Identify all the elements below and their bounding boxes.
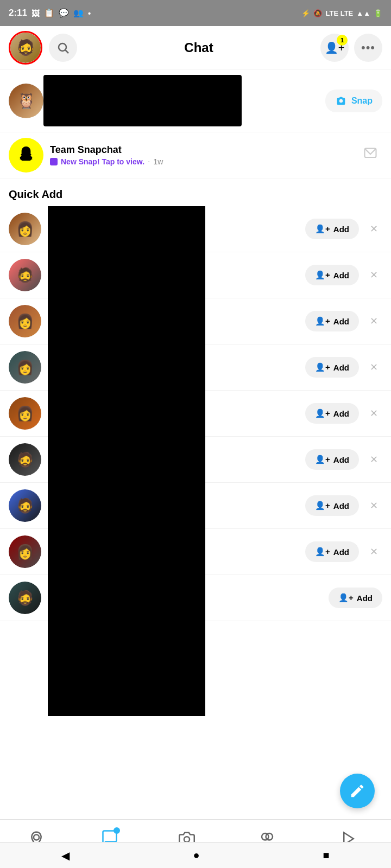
search-button[interactable] — [49, 34, 77, 62]
chat-reply-button[interactable] — [358, 142, 382, 169]
snapchat-ghost-icon — [16, 145, 36, 165]
add-user-icon-7: 👤+ — [315, 501, 330, 510]
qa-avatar-1: 👩 — [9, 213, 41, 245]
quick-add-label: Quick Add — [9, 188, 62, 200]
add-user-icon-8: 👤+ — [315, 547, 330, 557]
qa-avatar-3: 👩 — [9, 305, 41, 337]
add-user-icon-2: 👤+ — [315, 270, 330, 280]
chat-preview-black — [43, 75, 242, 126]
chat-item-team-snapchat[interactable]: Team Snapchat New Snap! Tap to view. · 1… — [0, 132, 391, 178]
qa-actions-8: 👤+ Add ✕ — [305, 541, 382, 562]
add-button-1[interactable]: 👤+ Add — [305, 219, 359, 239]
more-dots-icon: ••• — [361, 41, 375, 55]
page-title: Chat — [77, 40, 320, 55]
dismiss-button-2[interactable]: ✕ — [365, 267, 382, 283]
teams-icon: 👥 — [73, 8, 84, 18]
add-user-icon-4: 👤+ — [315, 362, 330, 372]
signal-bars-icon: ▲▲ — [356, 9, 370, 17]
dismiss-button-7[interactable]: ✕ — [365, 497, 382, 514]
back-button[interactable]: ◀ — [61, 849, 70, 862]
qa-avatar-9: 🧔 — [9, 582, 41, 614]
android-nav-bar: ◀ ● ■ — [0, 842, 391, 868]
add-user-icon-9: 👤+ — [338, 593, 354, 603]
team-snapchat-content: Team Snapchat New Snap! Tap to view. · 1… — [50, 144, 358, 167]
add-user-icon-1: 👤+ — [315, 224, 330, 234]
dismiss-button-5[interactable]: ✕ — [365, 405, 382, 422]
team-snapchat-status: New Snap! Tap to view. — [61, 157, 144, 166]
qa-avatar-8: 👩 — [9, 535, 41, 568]
quick-add-list: 👩 👤+ Add ✕ 🧔 👤+ Add ✕ — [0, 206, 391, 621]
compose-fab[interactable] — [340, 774, 375, 808]
svg-point-0 — [59, 43, 66, 51]
dismiss-button-1[interactable]: ✕ — [365, 221, 382, 237]
add-friend-button[interactable]: 👤+ 1 — [320, 34, 349, 62]
status-time: 2:11 — [9, 8, 27, 18]
mute-icon: 🔕 — [313, 9, 322, 17]
add-user-icon-5: 👤+ — [315, 409, 330, 418]
svg-point-3 — [34, 835, 39, 840]
qa-actions-2: 👤+ Add ✕ — [305, 265, 382, 285]
compose-icon — [349, 783, 365, 799]
qa-actions-9: 👤+ Add — [329, 588, 382, 608]
dismiss-button-4[interactable]: ✕ — [365, 359, 382, 375]
qa-avatar-4: 👩 — [9, 351, 41, 384]
camera-icon — [335, 95, 347, 107]
friend1-avatar: 🦉 — [9, 84, 43, 118]
recents-button[interactable]: ■ — [323, 849, 329, 861]
quick-add-section-header: Quick Add — [0, 178, 391, 206]
messenger-icon: 💬 — [59, 8, 69, 18]
signal-icon: LTE LTE — [325, 9, 353, 17]
chat-item-friend1[interactable]: 🦉 Snap — [0, 69, 391, 132]
add-user-icon-6: 👤+ — [315, 455, 330, 464]
qa-actions-1: 👤+ Add ✕ — [305, 219, 382, 239]
qa-actions-3: 👤+ Add ✕ — [305, 311, 382, 331]
dot-icon: • — [88, 9, 91, 18]
qa-avatar-6: 🧔 — [9, 443, 41, 476]
profile-avatar[interactable]: 🧔 — [9, 31, 42, 65]
search-icon — [56, 41, 70, 54]
qa-actions-7: 👤+ Add ✕ — [305, 495, 382, 516]
dismiss-button-8[interactable]: ✕ — [365, 544, 382, 560]
bluetooth-icon: ⚡ — [301, 9, 310, 17]
add-button-6[interactable]: 👤+ Add — [305, 449, 359, 470]
qa-actions-6: 👤+ Add ✕ — [305, 449, 382, 470]
more-button[interactable]: ••• — [354, 34, 382, 62]
add-button-8[interactable]: 👤+ Add — [305, 541, 359, 562]
qa-avatar-7: 🧔 — [9, 489, 41, 522]
svg-line-1 — [66, 50, 69, 53]
snap-button[interactable]: Snap — [325, 90, 382, 112]
qa-actions-4: 👤+ Add ✕ — [305, 357, 382, 378]
notification-badge: 1 — [337, 35, 348, 46]
team-snapchat-avatar — [9, 138, 43, 173]
add-user-icon-3: 👤+ — [315, 316, 330, 326]
snap-label: Snap — [351, 96, 373, 106]
chat-notification-dot — [113, 827, 120, 834]
message-icon — [363, 146, 378, 161]
add-button-4[interactable]: 👤+ Add — [305, 357, 359, 378]
add-button-2[interactable]: 👤+ Add — [305, 265, 359, 285]
team-snapchat-time: 1w — [153, 157, 163, 166]
qa-actions-5: 👤+ Add ✕ — [305, 403, 382, 424]
team-snapchat-name: Team Snapchat — [50, 144, 358, 156]
dismiss-button-3[interactable]: ✕ — [365, 313, 382, 329]
battery-icon: 🔋 — [374, 9, 382, 17]
header: 🧔 Chat 👤+ 1 ••• — [0, 26, 391, 69]
add-button-3[interactable]: 👤+ Add — [305, 311, 359, 331]
privacy-overlay — [48, 206, 205, 716]
dismiss-button-6[interactable]: ✕ — [365, 451, 382, 468]
add-button-7[interactable]: 👤+ Add — [305, 495, 359, 516]
qa-avatar-2: 🧔 — [9, 259, 41, 291]
add-button-5[interactable]: 👤+ Add — [305, 403, 359, 424]
qa-avatar-5: 👩 — [9, 397, 41, 430]
home-button[interactable]: ● — [193, 849, 199, 861]
add-button-9[interactable]: 👤+ Add — [329, 588, 382, 608]
status-bar: 2:11 🖼 📋 💬 👥 • ⚡ 🔕 LTE LTE ▲▲ 🔋 — [0, 0, 391, 26]
clipboard-icon: 📋 — [44, 8, 54, 18]
svg-point-4 — [184, 837, 190, 842]
photo-icon: 🖼 — [31, 9, 40, 18]
